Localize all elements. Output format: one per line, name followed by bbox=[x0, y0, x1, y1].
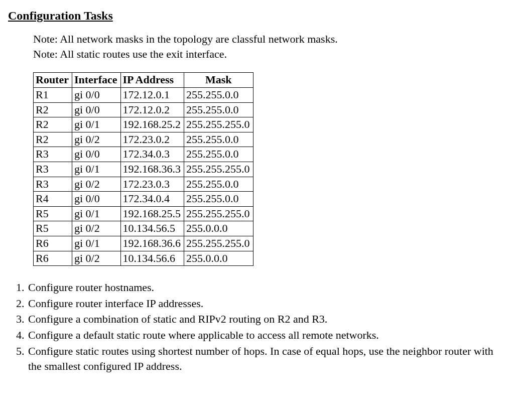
table-row: R3gi 0/2172.23.0.3255.255.0.0 bbox=[34, 177, 253, 192]
cell-router: R5 bbox=[34, 206, 72, 221]
cell-router: R3 bbox=[34, 162, 72, 177]
cell-router: R4 bbox=[34, 192, 72, 207]
cell-ip: 172.23.0.3 bbox=[120, 177, 184, 192]
cell-router: R2 bbox=[34, 102, 72, 117]
cell-interface: gi 0/0 bbox=[72, 102, 120, 117]
note-line: Note: All static routes use the exit int… bbox=[33, 47, 506, 62]
table-row: R6gi 0/1192.168.36.6255.255.255.0 bbox=[34, 236, 253, 251]
note-line: Note: All network masks in the topology … bbox=[33, 32, 506, 47]
cell-ip: 172.12.0.2 bbox=[120, 102, 184, 117]
cell-mask: 255.255.255.0 bbox=[184, 206, 253, 221]
notes-block: Note: All network masks in the topology … bbox=[33, 32, 506, 61]
cell-mask: 255.255.255.0 bbox=[184, 236, 253, 251]
cell-ip: 192.168.25.2 bbox=[120, 117, 184, 132]
cell-router: R1 bbox=[34, 87, 72, 102]
cell-router: R3 bbox=[34, 177, 72, 192]
cell-mask: 255.255.0.0 bbox=[184, 147, 253, 162]
cell-router: R6 bbox=[34, 236, 72, 251]
cell-mask: 255.255.255.0 bbox=[184, 117, 253, 132]
cell-mask: 255.255.0.0 bbox=[184, 177, 253, 192]
table-row: R4gi 0/0172.34.0.4255.255.0.0 bbox=[34, 192, 253, 207]
table-row: R6gi 0/210.134.56.6255.0.0.0 bbox=[34, 251, 253, 266]
table-row: R2gi 0/1192.168.25.2255.255.255.0 bbox=[34, 117, 253, 132]
cell-interface: gi 0/1 bbox=[72, 236, 120, 251]
cell-interface: gi 0/1 bbox=[72, 117, 120, 132]
cell-mask: 255.0.0.0 bbox=[184, 251, 253, 266]
task-item: Configure static routes using shortest n… bbox=[27, 344, 506, 373]
task-list: Configure router hostnames.Configure rou… bbox=[14, 280, 506, 373]
cell-router: R5 bbox=[34, 221, 72, 236]
cell-ip: 172.23.0.2 bbox=[120, 132, 184, 147]
table-header-row: Router Interface IP Address Mask bbox=[34, 73, 253, 88]
cell-mask: 255.255.255.0 bbox=[184, 162, 253, 177]
cell-interface: gi 0/0 bbox=[72, 147, 120, 162]
cell-ip: 10.134.56.6 bbox=[120, 251, 184, 266]
cell-mask: 255.255.0.0 bbox=[184, 132, 253, 147]
cell-interface: gi 0/2 bbox=[72, 251, 120, 266]
interface-table-wrap: Router Interface IP Address Mask R1gi 0/… bbox=[33, 72, 506, 266]
table-row: R2gi 0/0172.12.0.2255.255.0.0 bbox=[34, 102, 253, 117]
task-item: Configure a default static route where a… bbox=[27, 328, 506, 343]
table-row: R3gi 0/0172.34.0.3255.255.0.0 bbox=[34, 147, 253, 162]
cell-interface: gi 0/2 bbox=[72, 221, 120, 236]
cell-ip: 10.134.56.5 bbox=[120, 221, 184, 236]
cell-interface: gi 0/1 bbox=[72, 206, 120, 221]
cell-ip: 192.168.25.5 bbox=[120, 206, 184, 221]
task-item: Configure a combination of static and RI… bbox=[27, 312, 506, 327]
page-title: Configuration Tasks bbox=[8, 9, 506, 23]
interface-table: Router Interface IP Address Mask R1gi 0/… bbox=[33, 72, 253, 266]
cell-interface: gi 0/2 bbox=[72, 177, 120, 192]
cell-router: R6 bbox=[34, 251, 72, 266]
cell-mask: 255.0.0.0 bbox=[184, 221, 253, 236]
cell-interface: gi 0/0 bbox=[72, 87, 120, 102]
cell-ip: 192.168.36.6 bbox=[120, 236, 184, 251]
cell-interface: gi 0/2 bbox=[72, 132, 120, 147]
cell-ip: 192.168.36.3 bbox=[120, 162, 184, 177]
cell-ip: 172.34.0.4 bbox=[120, 192, 184, 207]
table-row: R2gi 0/2172.23.0.2255.255.0.0 bbox=[34, 132, 253, 147]
cell-ip: 172.34.0.3 bbox=[120, 147, 184, 162]
cell-interface: gi 0/1 bbox=[72, 162, 120, 177]
col-ip: IP Address bbox=[120, 73, 184, 88]
col-mask: Mask bbox=[184, 73, 253, 88]
cell-router: R2 bbox=[34, 117, 72, 132]
table-row: R5gi 0/210.134.56.5255.0.0.0 bbox=[34, 221, 253, 236]
task-item: Configure router interface IP addresses. bbox=[27, 296, 506, 311]
table-row: R3gi 0/1192.168.36.3255.255.255.0 bbox=[34, 162, 253, 177]
cell-mask: 255.255.0.0 bbox=[184, 102, 253, 117]
cell-router: R2 bbox=[34, 132, 72, 147]
cell-ip: 172.12.0.1 bbox=[120, 87, 184, 102]
col-router: Router bbox=[34, 73, 72, 88]
table-row: R5gi 0/1192.168.25.5255.255.255.0 bbox=[34, 206, 253, 221]
task-item: Configure router hostnames. bbox=[27, 280, 506, 295]
table-row: R1gi 0/0172.12.0.1255.255.0.0 bbox=[34, 87, 253, 102]
col-interface: Interface bbox=[72, 73, 120, 88]
cell-mask: 255.255.0.0 bbox=[184, 192, 253, 207]
cell-mask: 255.255.0.0 bbox=[184, 87, 253, 102]
cell-router: R3 bbox=[34, 147, 72, 162]
cell-interface: gi 0/0 bbox=[72, 192, 120, 207]
